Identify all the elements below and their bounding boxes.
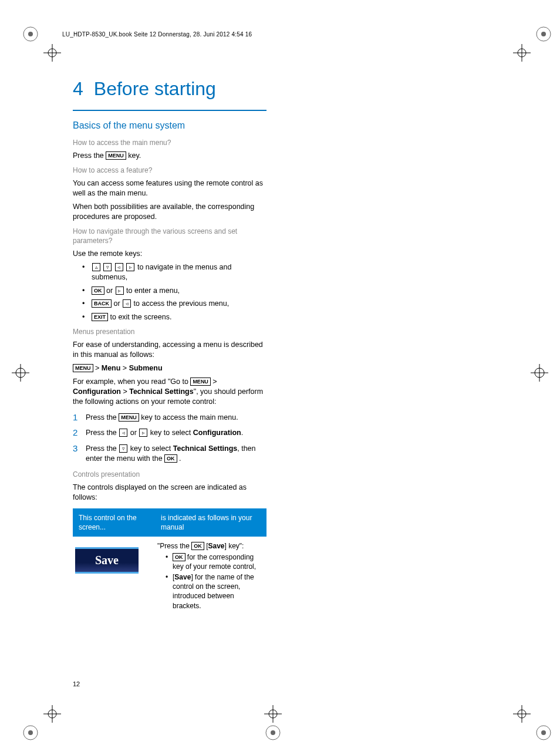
menu-key-icon: MENU [119,413,139,422]
right-arrow-icon: ▹ [116,287,124,295]
table-header-screen: This control on the screen... [73,508,155,537]
para-press-menu: Press the MENU key. [73,151,266,161]
para-menu-submenu: MENU > Menu > Submenu [73,363,266,373]
list-item: OK for the corresponding key of your rem… [166,552,264,571]
exit-key-icon: EXIT [92,313,108,321]
list-item: BACK or ◃ to access the previous menu, [85,299,266,309]
table-cell-save-button: Save [73,537,155,611]
ok-key-icon: OK [191,542,204,550]
svg-point-1 [28,32,33,36]
back-key-icon: BACK [92,299,112,308]
save-screenshot-icon: Save [75,547,139,574]
title-rule [73,110,266,111]
crop-mark-mr [525,358,554,387]
crop-mark-bm [252,702,294,743]
crop-mark-ml [6,358,35,387]
left-arrow-icon: ◃ [115,263,123,271]
left-arrow-icon: ◃ [123,299,131,308]
subheading-access-feature: How to access a feature? [73,166,266,175]
step-2: 2 Press the ◃ or ▹ key to select Configu… [73,428,266,438]
chapter-text: Before starting [94,78,216,99]
crop-mark-tl [20,23,61,65]
para-both-possibilities: When both possibilities are available, t… [73,202,266,222]
subheading-access-main: How to access the main menu? [73,138,266,147]
step-3: 3 Press the ▿ key to select Technical Se… [73,444,266,464]
down-arrow-icon: ▿ [103,263,112,271]
menu-key-icon: MENU [106,151,126,160]
content-column: 4Before starting Basics of the menu syst… [73,76,266,612]
steps-list: 1 Press the MENU key to access the main … [73,413,266,464]
section-title: Basics of the menu system [73,119,266,132]
para-access-features: You can access some features using the r… [73,178,266,198]
up-arrow-icon: ▵ [92,263,100,271]
svg-point-25 [271,730,275,735]
crop-mark-tr [513,23,554,65]
ok-key-icon: OK [92,287,104,295]
chapter-number: 4 [73,78,83,99]
step-1: 1 Press the MENU key to access the main … [73,413,266,423]
list-item: [Save] for the name of the control on th… [166,572,264,611]
svg-point-30 [541,730,546,735]
subheading-controls-presentation: Controls presentation [73,470,266,479]
para-example: For example, when you read "Go to MENU >… [73,377,266,407]
crop-mark-bl [20,702,61,743]
remote-keys-list: ▵ ▿ ◃ ▹ to navigate in the menus and sub… [73,262,266,322]
controls-table: This control on the screen... is indicat… [73,508,266,612]
subheading-navigate: How to navigate through the various scre… [73,227,266,245]
menu-key-icon: MENU [73,364,93,372]
svg-point-20 [28,730,33,735]
para-ease-understanding: For ease of understanding, accessing a m… [73,340,266,360]
ok-key-icon: OK [164,454,177,463]
right-arrow-icon: ▹ [126,263,134,271]
page-number: 12 [73,680,80,689]
menu-key-icon: MENU [190,378,211,386]
header-line: LU_HDTP-8530_UK.book Seite 12 Donnerstag… [62,31,252,39]
right-arrow-icon: ▹ [139,429,147,437]
svg-point-9 [541,32,546,36]
list-item: EXIT to exit the screens. [85,312,266,322]
para-use-remote: Use the remote keys: [73,249,266,259]
left-arrow-icon: ◃ [119,429,127,437]
down-arrow-icon: ▿ [119,444,127,453]
list-item: OK or ▹ to enter a menu, [85,286,266,296]
table-cell-explanation: "Press the OK [Save] key": OK for the co… [155,537,266,611]
chapter-title: 4Before starting [73,76,266,102]
subheading-menus-presentation: Menus presentation [73,327,266,336]
para-controls-indicated: The controls displayed on the screen are… [73,483,266,503]
ok-key-icon: OK [173,553,185,561]
list-item: ▵ ▿ ◃ ▹ to navigate in the menus and sub… [85,262,266,282]
table-header-manual: is indicated as follows in your manual [155,508,266,537]
crop-mark-br [513,702,554,743]
